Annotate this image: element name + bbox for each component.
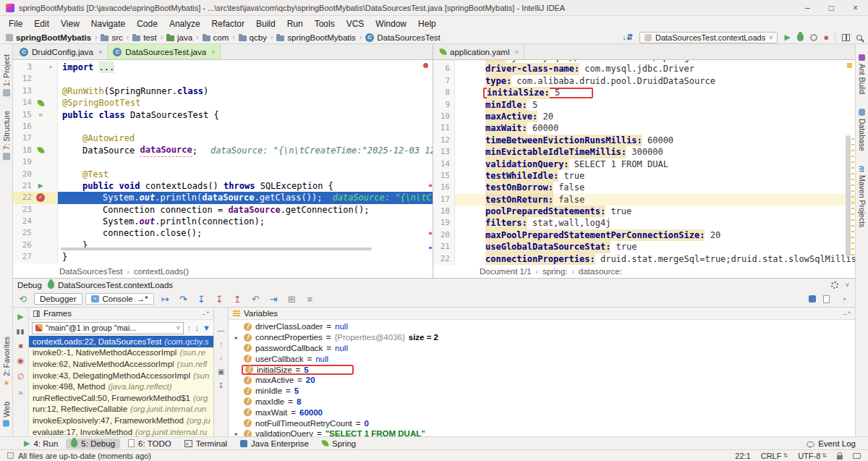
tool-button-2-favorites[interactable]: ★2: Favorites: [2, 337, 11, 387]
step-over-icon[interactable]: ↷: [176, 294, 190, 305]
screen-reader-icon[interactable]: [853, 453, 861, 459]
yaml-line[interactable]: 20maxPoolPreparedStatementPerConnectionS…: [433, 229, 855, 241]
stack-frame-row[interactable]: invoke:62, NativeMethodAccessorImpl(sun.…: [29, 358, 213, 370]
tool-window-button-terminal[interactable]: >_Terminal: [179, 439, 232, 449]
menu-code[interactable]: Code: [131, 17, 163, 30]
expand-icon[interactable]: ▸: [233, 334, 240, 341]
yaml-line[interactable]: 16testOnBorrow: false: [433, 182, 855, 193]
stack-frame-row[interactable]: contextLoads:22, DataSourcesTest(com.qcb…: [29, 336, 213, 347]
stack-frame-row[interactable]: evaluate:17, InvokeMethod(org.junit.inte…: [29, 426, 213, 437]
breadcrumb-item[interactable]: springBootMybatis: [6, 33, 91, 42]
variable-row[interactable]: fmaxIdle=8: [229, 397, 855, 407]
load-changes-icon[interactable]: ↓⇵: [622, 33, 633, 42]
yaml-line[interactable]: 9minIdle: 5: [433, 99, 855, 111]
variable-row[interactable]: fdriverClassLoader=null: [229, 321, 855, 332]
code-line[interactable]: 21▶public void contextLoads() throws SQL…: [13, 180, 433, 192]
code-line[interactable]: 15»public class DataSourcesTest {: [13, 109, 433, 121]
down-icon[interactable]: ↓: [219, 354, 223, 362]
code-line[interactable]: 18DataSource dataSource;dataSource: "{\n…: [13, 145, 433, 156]
warning-stripe-marks[interactable]: [851, 138, 854, 260]
variable-row[interactable]: ▸fconnectProperties={Properties@4036}siz…: [229, 332, 855, 343]
yaml-line[interactable]: 13minEvictableIdleTimeMillis: 300000: [433, 146, 855, 158]
code-line[interactable]: 23Connection connection = dataSource.get…: [13, 204, 433, 216]
rerun-button[interactable]: ⟲: [16, 294, 30, 305]
code-line[interactable]: 20@Test: [13, 169, 433, 180]
tool-button-database[interactable]: Database: [858, 109, 867, 151]
stop-process-button[interactable]: ■: [18, 342, 22, 350]
stack-frame-row[interactable]: runReflectiveCall:50, FrameworkMethod$1(…: [29, 392, 213, 404]
breadcrumb-item[interactable]: test: [132, 33, 157, 42]
code-line[interactable]: 19: [13, 156, 433, 168]
code-line[interactable]: 3+import ...: [13, 62, 433, 73]
variable-row[interactable]: fpasswordCallback=null: [229, 343, 855, 354]
yaml-line[interactable]: 12timeBetweenEvictionRunsMillis: 60000: [433, 135, 855, 146]
breadcrumb-item[interactable]: CDataSourcesTest: [365, 33, 441, 42]
run-class-icon[interactable]: »: [38, 109, 43, 121]
up-icon[interactable]: ↑: [219, 340, 223, 348]
menu-build[interactable]: Build: [250, 17, 281, 30]
thread-dropdown[interactable]: "main"@1 in group "mai... ˅: [32, 322, 184, 334]
menu-window[interactable]: Window: [370, 17, 412, 30]
yaml-line[interactable]: 10maxActive: 20: [433, 111, 855, 122]
stop-button[interactable]: ■: [824, 33, 828, 41]
code-line[interactable]: 22✓System.out.println(dataSource.getClas…: [13, 192, 433, 203]
variable-row[interactable]: fuserCallback=null: [229, 353, 855, 364]
menu-view[interactable]: View: [55, 17, 85, 30]
yaml-line[interactable]: 22connectionProperties: druid.stat.merge…: [433, 253, 855, 265]
menu-run[interactable]: Run: [281, 17, 309, 30]
breadcrumb-item[interactable]: java: [166, 33, 192, 42]
yaml-code-area[interactable]: 5url: jdbc:mysql://localhost:3306/spring…: [433, 60, 855, 265]
yaml-line[interactable]: 15testWhileIdle: true: [433, 170, 855, 182]
resume-button[interactable]: ▶: [17, 312, 23, 321]
project-structure-icon[interactable]: [842, 34, 850, 41]
run-test-icon[interactable]: ▶: [38, 180, 43, 192]
close-button[interactable]: ×: [853, 3, 858, 13]
breakpoint-icon[interactable]: ✓: [36, 193, 45, 202]
code-line[interactable]: 25connection.close();: [13, 227, 433, 239]
yaml-line[interactable]: 21useGlobalDataSourceStat: true: [433, 241, 855, 253]
variable-row[interactable]: fmaxWait=60000: [229, 407, 855, 418]
tab-application-yaml[interactable]: application.yaml×: [435, 44, 524, 59]
tab-datasourcestest-java[interactable]: CDataSourcesTest.java×: [108, 44, 221, 59]
hide-panel-icon[interactable]: ˅: [846, 282, 849, 289]
menu-refactor[interactable]: Refactor: [206, 17, 250, 30]
code-line[interactable]: 12: [13, 73, 433, 85]
dump-threads-icon[interactable]: [823, 295, 830, 303]
pin-icon[interactable]: →*: [200, 310, 209, 317]
tab-druidconfig-java[interactable]: CDruidConfig.java×: [14, 44, 108, 59]
evaluate-expression-icon[interactable]: ⊞: [285, 294, 299, 305]
pin-icon[interactable]: →*: [841, 310, 851, 317]
yaml-line[interactable]: 8initialSize: 5: [433, 87, 855, 98]
yaml-line[interactable]: 11maxWait: 60000: [433, 122, 855, 134]
search-everywhere-icon[interactable]: [856, 35, 862, 41]
debug-button[interactable]: [797, 33, 804, 41]
spring-bean-icon[interactable]: [37, 99, 44, 106]
run-configuration-select[interactable]: DataSourcesTest.contextLoads ˅: [639, 32, 778, 43]
settings-gear-icon[interactable]: [831, 282, 838, 289]
view-breakpoints-button[interactable]: ◉: [17, 356, 25, 365]
menu-vcs[interactable]: VCS: [341, 17, 370, 30]
variable-row[interactable]: finitialSize=5: [229, 364, 855, 375]
analyze-stacktrace-icon[interactable]: [809, 295, 816, 303]
stack-frame-row[interactable]: run:12, ReflectiveCallable(org.junit.int…: [29, 404, 213, 415]
tool-button-ant-build[interactable]: Ant Build: [858, 54, 867, 94]
tool-window-button-spring[interactable]: Spring: [317, 439, 361, 449]
breadcrumb-item[interactable]: springBootMybatis: [276, 33, 356, 42]
layout-settings-icon[interactable]: ≡: [303, 294, 317, 305]
menu-analyze[interactable]: Analyze: [163, 17, 206, 30]
yaml-line[interactable]: 6driver-class-name: com.mysql.jdbc.Drive…: [433, 63, 855, 75]
breadcrumb-item[interactable]: com: [203, 33, 229, 42]
force-step-into-icon[interactable]: ↧: [213, 294, 226, 305]
menu-navigate[interactable]: Navigate: [85, 17, 131, 30]
yaml-line[interactable]: 14validationQuery: SELECT 1 FROM DUAL: [433, 158, 855, 170]
yaml-line[interactable]: 7type: com.alibaba.druid.pool.DruidDataS…: [433, 75, 855, 87]
vertical-scrollbar[interactable]: [846, 135, 851, 257]
breadcrumb-item[interactable]: spring:: [542, 267, 568, 276]
variable-row[interactable]: fmaxActive=20: [229, 375, 855, 386]
close-icon[interactable]: ×: [514, 48, 518, 56]
mute-breakpoints-button[interactable]: ∅: [17, 372, 25, 381]
code-line[interactable]: 13@RunWith(SpringRunner.class): [13, 85, 433, 97]
profiler-button[interactable]: [810, 34, 817, 41]
run-button[interactable]: ▶: [784, 33, 790, 42]
breadcrumb-item[interactable]: contextLoads(): [134, 267, 189, 276]
